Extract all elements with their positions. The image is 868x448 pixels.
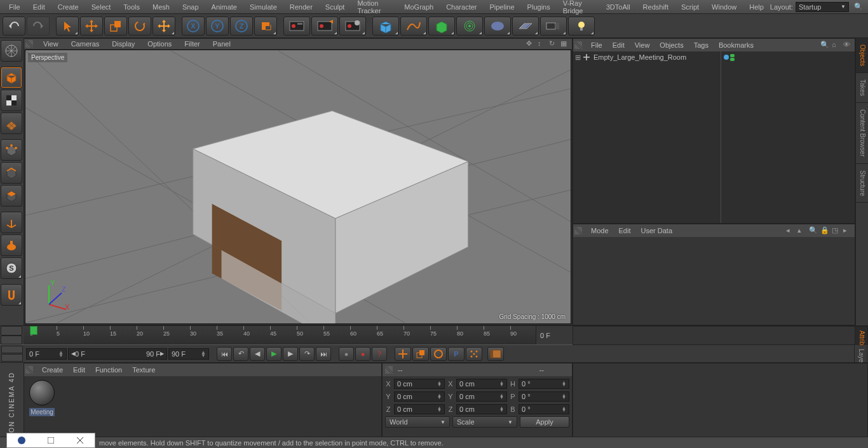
om-menu-edit[interactable]: Edit <box>607 41 630 49</box>
grip-icon[interactable] <box>25 366 33 374</box>
polygon-mode[interactable] <box>1 185 22 207</box>
vp-menu-cameras[interactable]: Cameras <box>65 40 106 48</box>
lastused-tool[interactable] <box>153 17 175 36</box>
prev-frame-button[interactable]: ◀ <box>250 347 265 361</box>
am-menu-userdata[interactable]: User Data <box>636 227 678 234</box>
om-menu-bookmarks[interactable]: Bookmarks <box>714 41 759 49</box>
am-menu-edit[interactable]: Edit <box>614 227 636 234</box>
z-axis-lock[interactable]: Z <box>230 17 253 36</box>
menu-edit[interactable]: Edit <box>27 0 51 13</box>
tab-takes[interactable]: Takes <box>856 73 868 103</box>
render-picture[interactable] <box>311 17 338 36</box>
expand-icon[interactable]: ⊞ <box>574 53 581 62</box>
taskbar-close-icon[interactable] <box>65 433 95 447</box>
pb-tool-1[interactable] <box>1 346 23 353</box>
tl-tool-2[interactable] <box>1 336 22 345</box>
rot-b-input[interactable]: 0 °▲▼ <box>519 404 569 414</box>
size-z-input[interactable]: 0 cm▲▼ <box>456 404 507 414</box>
vp-nav-move-icon[interactable]: ✥ <box>526 39 535 48</box>
select-tool[interactable] <box>56 17 79 36</box>
record-button[interactable]: ● <box>339 347 354 361</box>
tree-item[interactable]: ⊞ Empty_Large_Meeting_Room <box>573 51 721 63</box>
timeline-window-button[interactable] <box>487 347 504 361</box>
timeline-track[interactable]: 051015202530354045505560657075808590 <box>24 326 536 344</box>
size-x-input[interactable]: 0 cm▲▼ <box>456 379 507 389</box>
layout-dropdown[interactable]: Startup▼ <box>796 2 849 12</box>
rotate-tool[interactable] <box>128 17 151 36</box>
menu-animate[interactable]: Animate <box>205 0 243 13</box>
render-settings[interactable] <box>339 17 366 36</box>
next-key-button[interactable]: ↷ <box>299 347 315 361</box>
vp-menu-view[interactable]: View <box>37 40 65 48</box>
add-light[interactable] <box>568 17 595 36</box>
tl-tool-1[interactable] <box>1 326 22 336</box>
object-tags-column[interactable] <box>721 51 855 223</box>
coord-system[interactable] <box>254 17 277 36</box>
lock-icon[interactable]: 🔒 <box>820 226 829 235</box>
menu-3dtoall[interactable]: 3DToAll <box>600 0 637 13</box>
axis-mode[interactable] <box>1 212 22 233</box>
range-end-input[interactable]: 90 F▲▼ <box>168 348 209 360</box>
rot-p-input[interactable]: 0 °▲▼ <box>519 391 569 402</box>
add-generator[interactable] <box>428 17 455 36</box>
menu-create[interactable]: Create <box>51 0 85 13</box>
taskbar-app-icon[interactable] <box>7 433 36 447</box>
menu-vray[interactable]: V-Ray Bridge <box>557 0 600 13</box>
key-pointlevel-button[interactable] <box>466 347 482 361</box>
pos-y-input[interactable]: 0 cm▲▼ <box>394 391 445 402</box>
y-axis-lock[interactable]: Y <box>206 17 229 36</box>
add-cube[interactable] <box>372 17 399 36</box>
vp-menu-panel[interactable]: Panel <box>207 40 237 48</box>
layer-color-icon[interactable] <box>724 55 729 60</box>
mm-menu-texture[interactable]: Texture <box>127 366 160 374</box>
point-mode[interactable] <box>1 139 22 161</box>
om-menu-view[interactable]: View <box>630 41 655 49</box>
search-icon[interactable]: 🔍 <box>820 41 829 50</box>
playhead[interactable] <box>30 326 37 335</box>
menu-sculpt[interactable]: Sculpt <box>319 0 351 13</box>
search-icon[interactable]: 🔍 <box>854 3 863 11</box>
viewport-3d[interactable]: Perspective YXZ <box>25 50 571 324</box>
menu-help[interactable]: Help <box>743 0 770 13</box>
menu-character[interactable]: Character <box>440 0 483 13</box>
add-deformer[interactable] <box>456 17 483 36</box>
om-menu-tags[interactable]: Tags <box>689 41 714 49</box>
menu-plugins[interactable]: Plugins <box>521 0 557 13</box>
mm-menu-edit[interactable]: Edit <box>68 366 90 374</box>
render-dot-icon[interactable] <box>730 58 735 61</box>
next-frame-button[interactable]: ▶ <box>283 347 298 361</box>
move-tool[interactable] <box>80 17 103 36</box>
new-window-icon[interactable]: ◳ <box>832 226 841 235</box>
key-scale-button[interactable] <box>412 347 429 361</box>
grip-icon[interactable] <box>574 41 582 49</box>
visibility-dot-icon[interactable] <box>730 54 735 57</box>
scale-tool[interactable] <box>104 17 127 36</box>
rot-h-input[interactable]: 0 °▲▼ <box>519 379 569 389</box>
texture-mode[interactable] <box>1 90 22 111</box>
model-mode[interactable] <box>1 67 22 88</box>
am-menu-mode[interactable]: Mode <box>586 227 614 234</box>
om-menu-objects[interactable]: Objects <box>654 41 688 49</box>
nav-up-icon[interactable]: ▴ <box>797 226 806 235</box>
coord-space-dropdown[interactable]: World▼ <box>385 416 450 428</box>
taskbar-maximize-icon[interactable] <box>36 433 65 447</box>
mm-menu-create[interactable]: Create <box>37 366 68 374</box>
add-floor[interactable] <box>512 17 539 36</box>
grip-icon[interactable] <box>574 227 582 234</box>
menu-mesh[interactable]: Mesh <box>146 0 176 13</box>
pb-tool-2[interactable] <box>1 354 23 362</box>
add-spline[interactable] <box>400 17 427 36</box>
menu-motiontracker[interactable]: Motion Tracker <box>351 0 398 13</box>
grip-icon[interactable] <box>25 40 33 48</box>
goto-start-button[interactable]: ⏮ <box>217 347 232 361</box>
eye-icon[interactable]: 👁 <box>843 41 852 50</box>
coord-mode-dropdown[interactable]: Scale▼ <box>452 416 517 428</box>
pos-z-input[interactable]: 0 cm▲▼ <box>394 404 445 414</box>
x-axis-lock[interactable]: X <box>182 17 205 36</box>
range-start-input[interactable]: 0 F▲▼ <box>26 348 67 360</box>
magnet-tool[interactable] <box>1 284 22 306</box>
vp-menu-filter[interactable]: Filter <box>178 40 206 48</box>
key-position-button[interactable] <box>395 347 411 361</box>
menu-tools[interactable]: Tools <box>117 0 146 13</box>
material-item[interactable]: Meeting <box>28 380 56 416</box>
